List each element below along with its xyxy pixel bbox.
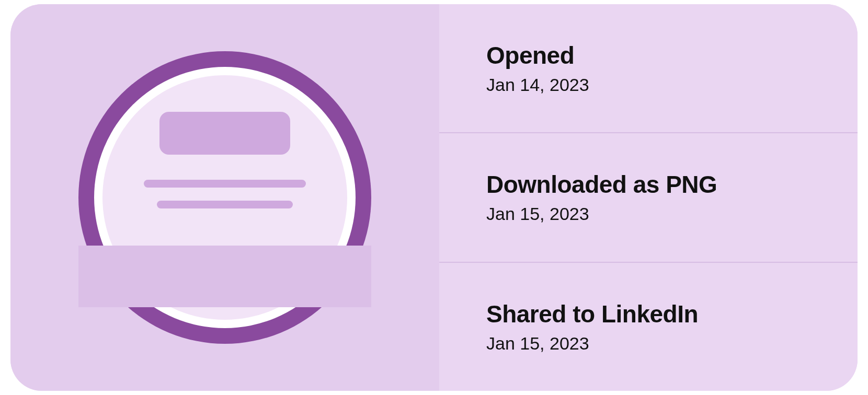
badge-icon — [78, 51, 371, 344]
activity-title: Shared to LinkedIn — [486, 300, 810, 328]
badge-title-placeholder — [159, 112, 290, 155]
badge-activity-card: Opened Jan 14, 2023 Downloaded as PNG Ja… — [10, 4, 858, 391]
activity-date: Jan 14, 2023 — [486, 75, 810, 95]
activity-title: Opened — [486, 41, 810, 69]
badge-line-placeholder — [157, 201, 293, 208]
activity-date: Jan 15, 2023 — [486, 204, 810, 224]
activity-item-shared[interactable]: Shared to LinkedIn Jan 15, 2023 — [439, 263, 858, 391]
activity-item-opened[interactable]: Opened Jan 14, 2023 — [439, 4, 858, 133]
activity-title: Downloaded as PNG — [486, 170, 810, 199]
badge-preview-panel — [10, 4, 439, 391]
activity-item-downloaded[interactable]: Downloaded as PNG Jan 15, 2023 — [439, 133, 858, 262]
badge-ribbon — [78, 246, 371, 307]
activity-date: Jan 15, 2023 — [486, 333, 810, 354]
activity-list: Opened Jan 14, 2023 Downloaded as PNG Ja… — [439, 4, 858, 391]
badge-line-placeholder — [144, 180, 306, 188]
